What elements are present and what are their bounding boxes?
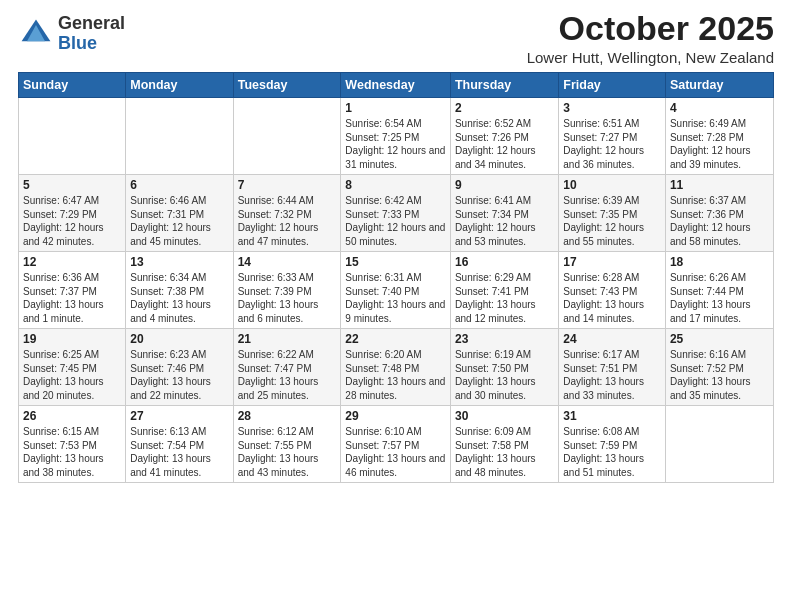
main-title: October 2025	[527, 10, 774, 47]
calendar-cell: 27Sunrise: 6:13 AM Sunset: 7:54 PM Dayli…	[126, 406, 233, 483]
calendar-cell: 6Sunrise: 6:46 AM Sunset: 7:31 PM Daylig…	[126, 175, 233, 252]
calendar-cell: 18Sunrise: 6:26 AM Sunset: 7:44 PM Dayli…	[665, 252, 773, 329]
day-info: Sunrise: 6:09 AM Sunset: 7:58 PM Dayligh…	[455, 426, 536, 478]
calendar-cell: 29Sunrise: 6:10 AM Sunset: 7:57 PM Dayli…	[341, 406, 451, 483]
calendar-cell: 17Sunrise: 6:28 AM Sunset: 7:43 PM Dayli…	[559, 252, 666, 329]
calendar-cell: 9Sunrise: 6:41 AM Sunset: 7:34 PM Daylig…	[450, 175, 558, 252]
calendar-week-row: 12Sunrise: 6:36 AM Sunset: 7:37 PM Dayli…	[19, 252, 774, 329]
calendar-cell: 7Sunrise: 6:44 AM Sunset: 7:32 PM Daylig…	[233, 175, 341, 252]
logo-blue: Blue	[58, 34, 125, 54]
calendar-week-row: 19Sunrise: 6:25 AM Sunset: 7:45 PM Dayli…	[19, 329, 774, 406]
calendar-table: SundayMondayTuesdayWednesdayThursdayFrid…	[18, 72, 774, 483]
day-info: Sunrise: 6:44 AM Sunset: 7:32 PM Dayligh…	[238, 195, 319, 247]
day-info: Sunrise: 6:39 AM Sunset: 7:35 PM Dayligh…	[563, 195, 644, 247]
calendar-cell	[19, 98, 126, 175]
calendar-cell: 26Sunrise: 6:15 AM Sunset: 7:53 PM Dayli…	[19, 406, 126, 483]
day-info: Sunrise: 6:33 AM Sunset: 7:39 PM Dayligh…	[238, 272, 319, 324]
logo: General Blue	[18, 14, 125, 54]
calendar-cell: 16Sunrise: 6:29 AM Sunset: 7:41 PM Dayli…	[450, 252, 558, 329]
day-number: 24	[563, 332, 661, 346]
day-info: Sunrise: 6:23 AM Sunset: 7:46 PM Dayligh…	[130, 349, 211, 401]
calendar-cell: 19Sunrise: 6:25 AM Sunset: 7:45 PM Dayli…	[19, 329, 126, 406]
day-info: Sunrise: 6:36 AM Sunset: 7:37 PM Dayligh…	[23, 272, 104, 324]
day-info: Sunrise: 6:31 AM Sunset: 7:40 PM Dayligh…	[345, 272, 445, 324]
calendar-cell: 5Sunrise: 6:47 AM Sunset: 7:29 PM Daylig…	[19, 175, 126, 252]
day-number: 11	[670, 178, 769, 192]
day-number: 2	[455, 101, 554, 115]
day-info: Sunrise: 6:47 AM Sunset: 7:29 PM Dayligh…	[23, 195, 104, 247]
logo-icon	[18, 16, 54, 52]
calendar-header-friday: Friday	[559, 73, 666, 98]
day-info: Sunrise: 6:20 AM Sunset: 7:48 PM Dayligh…	[345, 349, 445, 401]
day-info: Sunrise: 6:22 AM Sunset: 7:47 PM Dayligh…	[238, 349, 319, 401]
day-number: 14	[238, 255, 337, 269]
day-number: 12	[23, 255, 121, 269]
calendar-cell: 24Sunrise: 6:17 AM Sunset: 7:51 PM Dayli…	[559, 329, 666, 406]
day-number: 23	[455, 332, 554, 346]
calendar-header-saturday: Saturday	[665, 73, 773, 98]
calendar-header-monday: Monday	[126, 73, 233, 98]
calendar-cell	[665, 406, 773, 483]
calendar-cell: 13Sunrise: 6:34 AM Sunset: 7:38 PM Dayli…	[126, 252, 233, 329]
calendar-cell: 15Sunrise: 6:31 AM Sunset: 7:40 PM Dayli…	[341, 252, 451, 329]
calendar-header-thursday: Thursday	[450, 73, 558, 98]
day-info: Sunrise: 6:16 AM Sunset: 7:52 PM Dayligh…	[670, 349, 751, 401]
calendar-cell: 2Sunrise: 6:52 AM Sunset: 7:26 PM Daylig…	[450, 98, 558, 175]
calendar-cell: 8Sunrise: 6:42 AM Sunset: 7:33 PM Daylig…	[341, 175, 451, 252]
calendar-header-row: SundayMondayTuesdayWednesdayThursdayFrid…	[19, 73, 774, 98]
day-number: 29	[345, 409, 446, 423]
title-block: October 2025 Lower Hutt, Wellington, New…	[527, 10, 774, 66]
calendar-week-row: 5Sunrise: 6:47 AM Sunset: 7:29 PM Daylig…	[19, 175, 774, 252]
logo-text: General Blue	[58, 14, 125, 54]
day-number: 13	[130, 255, 228, 269]
day-number: 10	[563, 178, 661, 192]
day-number: 9	[455, 178, 554, 192]
day-info: Sunrise: 6:28 AM Sunset: 7:43 PM Dayligh…	[563, 272, 644, 324]
calendar-cell: 31Sunrise: 6:08 AM Sunset: 7:59 PM Dayli…	[559, 406, 666, 483]
day-info: Sunrise: 6:51 AM Sunset: 7:27 PM Dayligh…	[563, 118, 644, 170]
calendar-cell: 28Sunrise: 6:12 AM Sunset: 7:55 PM Dayli…	[233, 406, 341, 483]
calendar-header-tuesday: Tuesday	[233, 73, 341, 98]
calendar-cell: 10Sunrise: 6:39 AM Sunset: 7:35 PM Dayli…	[559, 175, 666, 252]
day-info: Sunrise: 6:52 AM Sunset: 7:26 PM Dayligh…	[455, 118, 536, 170]
day-info: Sunrise: 6:41 AM Sunset: 7:34 PM Dayligh…	[455, 195, 536, 247]
calendar-cell: 23Sunrise: 6:19 AM Sunset: 7:50 PM Dayli…	[450, 329, 558, 406]
day-info: Sunrise: 6:29 AM Sunset: 7:41 PM Dayligh…	[455, 272, 536, 324]
calendar-header-wednesday: Wednesday	[341, 73, 451, 98]
calendar-cell: 20Sunrise: 6:23 AM Sunset: 7:46 PM Dayli…	[126, 329, 233, 406]
calendar-cell: 22Sunrise: 6:20 AM Sunset: 7:48 PM Dayli…	[341, 329, 451, 406]
day-number: 21	[238, 332, 337, 346]
day-info: Sunrise: 6:12 AM Sunset: 7:55 PM Dayligh…	[238, 426, 319, 478]
calendar-week-row: 26Sunrise: 6:15 AM Sunset: 7:53 PM Dayli…	[19, 406, 774, 483]
day-number: 26	[23, 409, 121, 423]
day-info: Sunrise: 6:25 AM Sunset: 7:45 PM Dayligh…	[23, 349, 104, 401]
day-info: Sunrise: 6:42 AM Sunset: 7:33 PM Dayligh…	[345, 195, 445, 247]
calendar-cell	[233, 98, 341, 175]
day-number: 28	[238, 409, 337, 423]
calendar-week-row: 1Sunrise: 6:54 AM Sunset: 7:25 PM Daylig…	[19, 98, 774, 175]
day-number: 31	[563, 409, 661, 423]
day-number: 30	[455, 409, 554, 423]
day-info: Sunrise: 6:49 AM Sunset: 7:28 PM Dayligh…	[670, 118, 751, 170]
calendar-cell: 4Sunrise: 6:49 AM Sunset: 7:28 PM Daylig…	[665, 98, 773, 175]
calendar-cell: 11Sunrise: 6:37 AM Sunset: 7:36 PM Dayli…	[665, 175, 773, 252]
day-number: 22	[345, 332, 446, 346]
day-number: 8	[345, 178, 446, 192]
day-info: Sunrise: 6:17 AM Sunset: 7:51 PM Dayligh…	[563, 349, 644, 401]
calendar-cell: 12Sunrise: 6:36 AM Sunset: 7:37 PM Dayli…	[19, 252, 126, 329]
calendar-cell: 1Sunrise: 6:54 AM Sunset: 7:25 PM Daylig…	[341, 98, 451, 175]
day-number: 15	[345, 255, 446, 269]
day-number: 20	[130, 332, 228, 346]
calendar-cell: 25Sunrise: 6:16 AM Sunset: 7:52 PM Dayli…	[665, 329, 773, 406]
day-number: 19	[23, 332, 121, 346]
day-number: 6	[130, 178, 228, 192]
day-number: 18	[670, 255, 769, 269]
day-info: Sunrise: 6:08 AM Sunset: 7:59 PM Dayligh…	[563, 426, 644, 478]
day-info: Sunrise: 6:46 AM Sunset: 7:31 PM Dayligh…	[130, 195, 211, 247]
page: General Blue October 2025 Lower Hutt, We…	[0, 0, 792, 612]
subtitle: Lower Hutt, Wellington, New Zealand	[527, 49, 774, 66]
day-number: 5	[23, 178, 121, 192]
day-info: Sunrise: 6:10 AM Sunset: 7:57 PM Dayligh…	[345, 426, 445, 478]
calendar-cell	[126, 98, 233, 175]
calendar-cell: 30Sunrise: 6:09 AM Sunset: 7:58 PM Dayli…	[450, 406, 558, 483]
